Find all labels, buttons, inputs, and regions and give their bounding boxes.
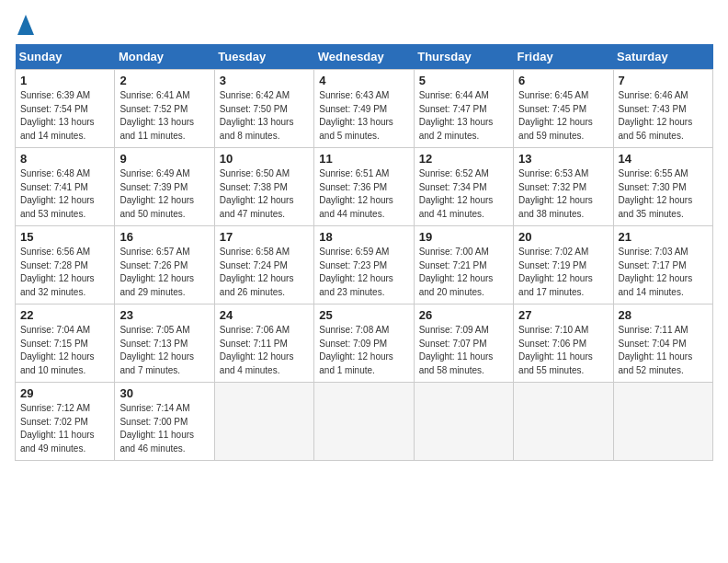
day-cell: 29Sunrise: 7:12 AM Sunset: 7:02 PM Dayli… [16,383,115,461]
header-cell-wednesday: Wednesday [314,44,414,70]
day-info: Sunrise: 6:41 AM Sunset: 7:52 PM Dayligh… [119,89,209,143]
day-number: 27 [518,308,608,322]
day-cell: 26Sunrise: 7:09 AM Sunset: 7:07 PM Dayli… [414,304,513,383]
week-row-5: 29Sunrise: 7:12 AM Sunset: 7:02 PM Dayli… [16,383,713,461]
day-info: Sunrise: 6:55 AM Sunset: 7:30 PM Dayligh… [619,167,708,221]
day-info: Sunrise: 7:06 AM Sunset: 7:11 PM Dayligh… [220,324,309,377]
day-cell: 10Sunrise: 6:50 AM Sunset: 7:38 PM Dayli… [214,148,313,226]
day-number: 12 [419,152,508,166]
header-cell-tuesday: Tuesday [214,44,313,70]
day-cell: 28Sunrise: 7:11 AM Sunset: 7:04 PM Dayli… [613,304,712,383]
day-info: Sunrise: 6:51 AM Sunset: 7:36 PM Dayligh… [319,167,408,221]
day-info: Sunrise: 6:58 AM Sunset: 7:24 PM Dayligh… [220,246,309,299]
day-info: Sunrise: 6:52 AM Sunset: 7:34 PM Dayligh… [419,167,508,221]
day-number: 20 [518,230,608,244]
day-number: 10 [220,152,309,166]
day-info: Sunrise: 6:56 AM Sunset: 7:28 PM Dayligh… [20,246,109,299]
day-info: Sunrise: 6:46 AM Sunset: 7:43 PM Dayligh… [619,89,708,143]
day-number: 1 [20,74,109,87]
logo-triangle-icon [17,15,34,35]
day-cell: 23Sunrise: 7:05 AM Sunset: 7:13 PM Dayli… [115,304,214,383]
header-row: SundayMondayTuesdayWednesdayThursdayFrid… [16,44,713,70]
day-cell: 25Sunrise: 7:08 AM Sunset: 7:09 PM Dayli… [314,304,414,383]
day-info: Sunrise: 6:45 AM Sunset: 7:45 PM Dayligh… [518,89,608,143]
day-info: Sunrise: 6:53 AM Sunset: 7:32 PM Dayligh… [518,167,608,221]
header-cell-saturday: Saturday [613,44,712,70]
day-info: Sunrise: 6:42 AM Sunset: 7:50 PM Dayligh… [220,89,309,143]
header-cell-monday: Monday [115,44,214,70]
day-info: Sunrise: 7:10 AM Sunset: 7:06 PM Dayligh… [518,324,608,377]
day-cell [613,383,712,461]
svg-marker-0 [17,15,34,35]
day-cell: 7Sunrise: 6:46 AM Sunset: 7:43 PM Daylig… [613,70,712,148]
day-info: Sunrise: 7:02 AM Sunset: 7:19 PM Dayligh… [518,246,608,299]
day-cell: 14Sunrise: 6:55 AM Sunset: 7:30 PM Dayli… [613,148,712,226]
day-cell: 22Sunrise: 7:04 AM Sunset: 7:15 PM Dayli… [16,304,115,383]
day-info: Sunrise: 6:50 AM Sunset: 7:38 PM Dayligh… [220,167,309,221]
day-number: 22 [20,308,109,322]
day-number: 2 [119,74,209,87]
day-number: 6 [518,74,608,87]
day-number: 30 [119,386,209,400]
day-number: 19 [419,230,508,244]
day-info: Sunrise: 7:11 AM Sunset: 7:04 PM Dayligh… [619,324,708,377]
day-number: 9 [119,152,209,166]
day-number: 4 [319,74,408,87]
day-number: 16 [119,230,209,244]
day-cell [514,383,613,461]
day-number: 8 [20,152,109,166]
logo-text [15,15,34,35]
day-number: 23 [119,308,209,322]
day-info: Sunrise: 7:00 AM Sunset: 7:21 PM Dayligh… [419,246,508,299]
day-info: Sunrise: 7:05 AM Sunset: 7:13 PM Dayligh… [119,324,209,377]
day-number: 5 [419,74,508,87]
day-info: Sunrise: 6:48 AM Sunset: 7:41 PM Dayligh… [20,167,109,221]
day-info: Sunrise: 7:14 AM Sunset: 7:00 PM Dayligh… [119,402,209,455]
day-cell: 20Sunrise: 7:02 AM Sunset: 7:19 PM Dayli… [514,226,613,304]
logo [15,15,34,35]
day-cell: 21Sunrise: 7:03 AM Sunset: 7:17 PM Dayli… [613,226,712,304]
day-cell: 12Sunrise: 6:52 AM Sunset: 7:34 PM Dayli… [414,148,513,226]
day-cell: 30Sunrise: 7:14 AM Sunset: 7:00 PM Dayli… [115,383,214,461]
week-row-3: 15Sunrise: 6:56 AM Sunset: 7:28 PM Dayli… [16,226,713,304]
day-cell: 24Sunrise: 7:06 AM Sunset: 7:11 PM Dayli… [214,304,313,383]
day-number: 17 [220,230,309,244]
day-cell: 5Sunrise: 6:44 AM Sunset: 7:47 PM Daylig… [414,70,513,148]
day-info: Sunrise: 6:57 AM Sunset: 7:26 PM Dayligh… [119,246,209,299]
day-number: 7 [619,74,708,87]
day-number: 11 [319,152,408,166]
week-row-4: 22Sunrise: 7:04 AM Sunset: 7:15 PM Dayli… [16,304,713,383]
day-info: Sunrise: 6:39 AM Sunset: 7:54 PM Dayligh… [20,89,109,143]
day-cell: 2Sunrise: 6:41 AM Sunset: 7:52 PM Daylig… [115,70,214,148]
day-cell: 6Sunrise: 6:45 AM Sunset: 7:45 PM Daylig… [514,70,613,148]
header-cell-thursday: Thursday [414,44,513,70]
header-cell-friday: Friday [514,44,613,70]
day-number: 29 [20,386,109,400]
day-cell [314,383,414,461]
day-number: 26 [419,308,508,322]
day-number: 18 [319,230,408,244]
day-number: 14 [619,152,708,166]
day-number: 24 [220,308,309,322]
day-cell: 1Sunrise: 6:39 AM Sunset: 7:54 PM Daylig… [16,70,115,148]
calendar-table: SundayMondayTuesdayWednesdayThursdayFrid… [15,44,713,461]
day-info: Sunrise: 6:44 AM Sunset: 7:47 PM Dayligh… [419,89,508,143]
day-cell: 9Sunrise: 6:49 AM Sunset: 7:39 PM Daylig… [115,148,214,226]
day-cell [214,383,313,461]
day-cell: 4Sunrise: 6:43 AM Sunset: 7:49 PM Daylig… [314,70,414,148]
day-info: Sunrise: 6:59 AM Sunset: 7:23 PM Dayligh… [319,246,408,299]
calendar-header: SundayMondayTuesdayWednesdayThursdayFrid… [16,44,713,70]
day-cell: 3Sunrise: 6:42 AM Sunset: 7:50 PM Daylig… [214,70,313,148]
day-number: 25 [319,308,408,322]
day-info: Sunrise: 6:43 AM Sunset: 7:49 PM Dayligh… [319,89,408,143]
calendar-body: 1Sunrise: 6:39 AM Sunset: 7:54 PM Daylig… [16,70,713,461]
day-info: Sunrise: 7:09 AM Sunset: 7:07 PM Dayligh… [419,324,508,377]
day-number: 3 [220,74,309,87]
day-cell: 17Sunrise: 6:58 AM Sunset: 7:24 PM Dayli… [214,226,313,304]
day-cell: 16Sunrise: 6:57 AM Sunset: 7:26 PM Dayli… [115,226,214,304]
day-cell: 27Sunrise: 7:10 AM Sunset: 7:06 PM Dayli… [514,304,613,383]
day-cell: 8Sunrise: 6:48 AM Sunset: 7:41 PM Daylig… [16,148,115,226]
day-cell: 15Sunrise: 6:56 AM Sunset: 7:28 PM Dayli… [16,226,115,304]
week-row-1: 1Sunrise: 6:39 AM Sunset: 7:54 PM Daylig… [16,70,713,148]
day-info: Sunrise: 7:08 AM Sunset: 7:09 PM Dayligh… [319,324,408,377]
